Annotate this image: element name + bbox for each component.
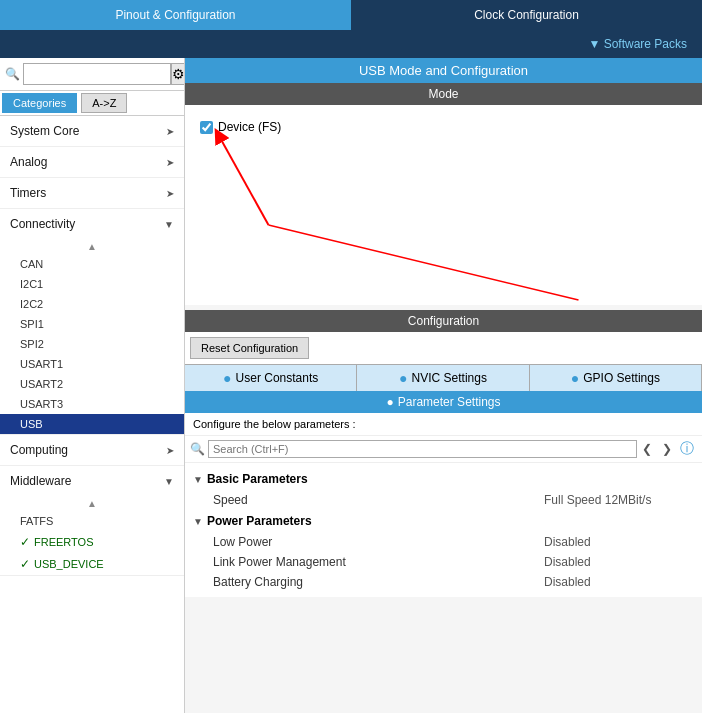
tab-gpio-label: GPIO Settings	[583, 371, 660, 385]
param-row-link-power: Link Power Management Disabled	[185, 552, 702, 572]
sidebar-label-middleware: Middleware	[10, 474, 71, 488]
sidebar-label-system-core: System Core	[10, 124, 79, 138]
sidebar-section-computing: Computing ➤	[0, 435, 184, 466]
param-name-battery: Battery Charging	[213, 575, 544, 589]
sidebar-item-usart2[interactable]: USART2	[0, 374, 184, 394]
param-value-link-power: Disabled	[544, 555, 694, 569]
param-name-link-power: Link Power Management	[213, 555, 544, 569]
param-group-basic-label: Basic Parameters	[207, 472, 308, 486]
connectivity-sub-items: ▲ CAN I2C1 I2C2 SPI1 SPI2 USART1 USART2 …	[0, 239, 184, 434]
dot-user-constants: ●	[223, 370, 231, 386]
tab-user-constants-label: User Constants	[236, 371, 319, 385]
param-search-icon: 🔍	[190, 442, 205, 456]
mode-content: Device (FS)	[185, 105, 702, 305]
configure-label: Configure the below parameters :	[185, 413, 702, 436]
device-fs-checkbox[interactable]	[200, 121, 213, 134]
sidebar-item-usart1[interactable]: USART1	[0, 354, 184, 374]
category-tabs: Categories A->Z	[0, 91, 184, 116]
tab-nvic-label: NVIC Settings	[412, 371, 487, 385]
sidebar-label-computing: Computing	[10, 443, 68, 457]
nav-prev-icon[interactable]: ❮	[637, 439, 657, 459]
param-value-speed: Full Speed 12MBit/s	[544, 493, 694, 507]
param-row-speed: Speed Full Speed 12MBit/s	[185, 490, 702, 510]
param-group-basic[interactable]: ▼ Basic Parameters	[185, 468, 702, 490]
nav-next-icon[interactable]: ❯	[657, 439, 677, 459]
sidebar-section-analog: Analog ➤	[0, 147, 184, 178]
sidebar-header-timers[interactable]: Timers ➤	[0, 178, 184, 208]
search-input[interactable]	[23, 63, 171, 85]
param-search-input[interactable]	[208, 440, 637, 458]
sidebar-header-system-core[interactable]: System Core ➤	[0, 116, 184, 146]
param-name-speed: Speed	[213, 493, 544, 507]
dot-nvic: ●	[399, 370, 407, 386]
tab-clock[interactable]: Clock Configuration	[351, 0, 702, 30]
param-value-low-power: Disabled	[544, 535, 694, 549]
tab-user-constants[interactable]: ● User Constants	[185, 365, 357, 391]
content-title: USB Mode and Configuration	[185, 58, 702, 83]
tab-nvic-settings[interactable]: ● NVIC Settings	[357, 365, 529, 391]
search-icon: 🔍	[5, 65, 20, 83]
sidebar-item-spi1[interactable]: SPI1	[0, 314, 184, 334]
sidebar-item-usb-device[interactable]: ✓USB_DEVICE	[0, 553, 184, 575]
sidebar-item-can[interactable]: CAN	[0, 254, 184, 274]
sidebar-item-usart3[interactable]: USART3	[0, 394, 184, 414]
chevron-power-icon: ▼	[193, 516, 203, 527]
chevron-right-icon: ➤	[166, 126, 174, 137]
sidebar-header-analog[interactable]: Analog ➤	[0, 147, 184, 177]
middleware-sub-items: ▲ FATFS ✓FREERTOS ✓USB_DEVICE	[0, 496, 184, 575]
param-row-low-power: Low Power Disabled	[185, 532, 702, 552]
sidebar-item-spi2[interactable]: SPI2	[0, 334, 184, 354]
chevron-right-icon-timers: ➤	[166, 188, 174, 199]
sidebar-section-timers: Timers ➤	[0, 178, 184, 209]
sidebar-item-fatfs[interactable]: FATFS	[0, 511, 184, 531]
chevron-down-icon-connectivity: ▼	[164, 219, 174, 230]
sidebar-item-usb[interactable]: USB	[0, 414, 184, 434]
sidebar-label-connectivity: Connectivity	[10, 217, 75, 231]
chevron-right-icon-computing: ➤	[166, 445, 174, 456]
chevron-right-icon-analog: ➤	[166, 157, 174, 168]
config-buttons: Reset Configuration	[185, 332, 702, 364]
gear-icon[interactable]: ⚙	[171, 63, 185, 85]
param-row-battery: Battery Charging Disabled	[185, 572, 702, 592]
info-icon: ⓘ	[677, 439, 697, 459]
svg-line-1	[219, 135, 269, 225]
scroll-up-indicator: ▲	[0, 239, 184, 254]
sidebar-label-analog: Analog	[10, 155, 47, 169]
sidebar-item-i2c2[interactable]: I2C2	[0, 294, 184, 314]
tab-gpio-settings[interactable]: ● GPIO Settings	[530, 365, 702, 391]
param-group-power[interactable]: ▼ Power Parameters	[185, 510, 702, 532]
sidebar-header-connectivity[interactable]: Connectivity ▼	[0, 209, 184, 239]
software-packs-label: ▼ Software Packs	[588, 37, 687, 51]
software-packs-bar[interactable]: ▼ Software Packs	[0, 30, 702, 58]
svg-line-2	[269, 225, 579, 300]
content-area: USB Mode and Configuration Mode Device (…	[185, 58, 702, 713]
tab-param-settings[interactable]: ● Parameter Settings	[185, 391, 702, 413]
sidebar-section-connectivity: Connectivity ▼ ▲ CAN I2C1 I2C2 SPI1 SPI2…	[0, 209, 184, 435]
settings-tabs-row: ● User Constants ● NVIC Settings ● GPIO …	[185, 364, 702, 391]
sidebar-item-i2c1[interactable]: I2C1	[0, 274, 184, 294]
top-tabs: Pinout & Configuration Clock Configurati…	[0, 0, 702, 30]
sidebar-section-system-core: System Core ➤	[0, 116, 184, 147]
dot-gpio: ●	[571, 370, 579, 386]
mode-section-header: Mode	[185, 83, 702, 105]
main-layout: 🔍 ⚙ Categories A->Z System Core ➤ Analog…	[0, 58, 702, 713]
param-value-battery: Disabled	[544, 575, 694, 589]
params-table: ▼ Basic Parameters Speed Full Speed 12MB…	[185, 463, 702, 597]
search-bar: 🔍 ⚙	[0, 58, 184, 91]
tab-param-settings-label: Parameter Settings	[398, 395, 501, 409]
tab-pinout[interactable]: Pinout & Configuration	[0, 0, 351, 30]
sidebar-label-timers: Timers	[10, 186, 46, 200]
reset-config-button[interactable]: Reset Configuration	[190, 337, 309, 359]
sidebar-header-middleware[interactable]: Middleware ▼	[0, 466, 184, 496]
chevron-basic-icon: ▼	[193, 474, 203, 485]
sidebar-section-middleware: Middleware ▼ ▲ FATFS ✓FREERTOS ✓USB_DEVI…	[0, 466, 184, 576]
tab-categories[interactable]: Categories	[2, 93, 77, 113]
sidebar-item-freertos[interactable]: ✓FREERTOS	[0, 531, 184, 553]
scroll-up-indicator-mw: ▲	[0, 496, 184, 511]
tab-atoz[interactable]: A->Z	[81, 93, 127, 113]
chevron-down-icon-middleware: ▼	[164, 476, 174, 487]
arrow-overlay	[185, 105, 702, 305]
param-group-power-label: Power Parameters	[207, 514, 312, 528]
sidebar-header-computing[interactable]: Computing ➤	[0, 435, 184, 465]
device-fs-label: Device (FS)	[218, 120, 281, 134]
